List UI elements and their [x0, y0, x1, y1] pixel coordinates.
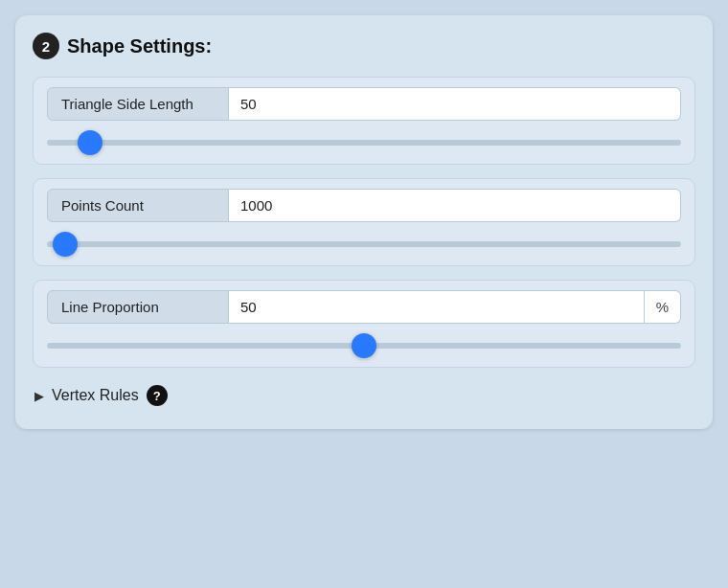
- step-badge: 2: [33, 33, 59, 59]
- points-count-block: Points Count: [33, 178, 695, 266]
- line-proportion-label: Line Proportion: [47, 290, 229, 324]
- points-count-slider[interactable]: [47, 241, 681, 247]
- triangle-side-length-block: Triangle Side Length: [33, 77, 695, 165]
- line-proportion-row: Line Proportion %: [47, 290, 681, 324]
- points-count-label: Points Count: [47, 189, 229, 222]
- line-proportion-suffix: %: [645, 290, 681, 324]
- line-proportion-block: Line Proportion %: [33, 280, 695, 368]
- triangle-side-length-row: Triangle Side Length: [47, 87, 681, 121]
- shape-settings-panel: 2 Shape Settings: Triangle Side Length P…: [15, 15, 713, 429]
- vertex-rules-help-icon[interactable]: ?: [147, 385, 168, 406]
- panel-title: 2 Shape Settings:: [33, 33, 695, 59]
- points-count-slider-container: [47, 232, 681, 252]
- expand-arrow-icon: ▶: [34, 389, 44, 403]
- points-count-input[interactable]: [229, 189, 681, 222]
- line-proportion-slider[interactable]: [47, 343, 681, 349]
- triangle-side-length-input[interactable]: [229, 87, 681, 121]
- line-proportion-slider-container: [47, 333, 681, 353]
- vertex-rules-label: Vertex Rules: [52, 387, 139, 404]
- line-proportion-input[interactable]: [229, 290, 645, 324]
- points-count-row: Points Count: [47, 189, 681, 222]
- vertex-rules-row[interactable]: ▶ Vertex Rules ?: [33, 381, 695, 410]
- triangle-side-length-slider[interactable]: [47, 140, 681, 146]
- triangle-side-length-label: Triangle Side Length: [47, 87, 229, 121]
- panel-title-text: Shape Settings:: [67, 35, 212, 57]
- triangle-side-length-slider-container: [47, 130, 681, 150]
